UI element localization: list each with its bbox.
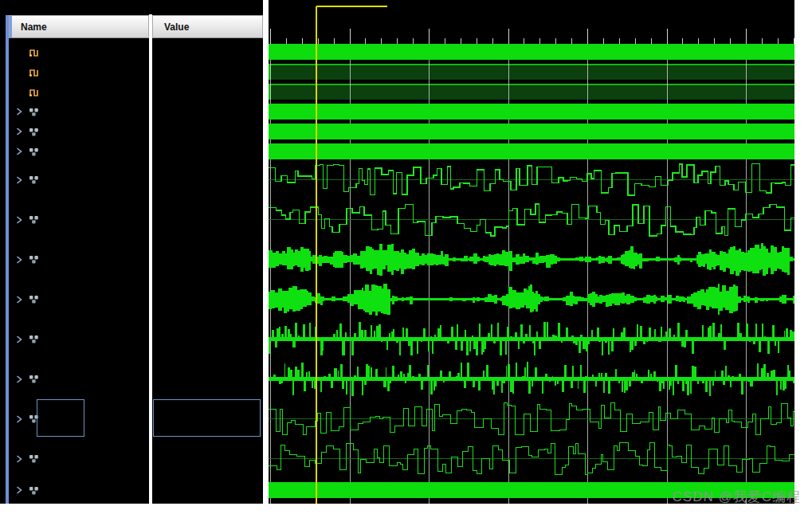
signal-row[interactable] xyxy=(0,104,263,120)
ruler-minor-tick xyxy=(318,38,319,44)
ruler-minor-tick xyxy=(730,38,731,44)
name-column-header[interactable]: Name xyxy=(9,15,149,38)
signal-name-cell[interactable] xyxy=(9,64,149,80)
signal-row[interactable] xyxy=(0,361,263,397)
expand-arrow-icon[interactable] xyxy=(14,107,24,116)
right-margin xyxy=(794,0,812,514)
signal-name-cell[interactable] xyxy=(9,441,149,477)
signal-value[interactable] xyxy=(152,441,263,477)
expand-arrow-icon[interactable] xyxy=(14,295,24,304)
signal-name-cell[interactable] xyxy=(9,482,149,498)
waveform-row[interactable] xyxy=(269,361,794,397)
signal-value[interactable] xyxy=(152,482,263,498)
signal-value[interactable] xyxy=(152,84,263,100)
signal-name-cell[interactable] xyxy=(9,162,149,198)
signal-value[interactable] xyxy=(152,104,263,120)
signal-row[interactable] xyxy=(0,84,263,100)
signal-name-cell[interactable] xyxy=(9,321,149,357)
signal-row[interactable] xyxy=(0,281,263,317)
signal-row[interactable] xyxy=(0,124,263,139)
signal-value[interactable] xyxy=(152,361,263,397)
waveform-row[interactable] xyxy=(269,143,794,159)
panel-resize-handle[interactable] xyxy=(263,0,269,504)
waveform-row[interactable] xyxy=(269,241,794,277)
ruler-minor-tick xyxy=(524,38,524,44)
signal-row[interactable] xyxy=(0,202,263,237)
signal-name-cell[interactable] xyxy=(9,281,149,317)
ruler-minor-tick xyxy=(682,38,683,44)
expand-arrow-icon[interactable] xyxy=(14,255,24,265)
signal-row[interactable] xyxy=(0,441,263,477)
signal-name-cell[interactable] xyxy=(9,361,149,397)
ruler-minor-tick xyxy=(619,38,620,44)
value-column-header[interactable]: Value xyxy=(152,15,263,38)
signal-name-cell[interactable] xyxy=(9,44,149,60)
cursor-flag-line xyxy=(316,6,387,7)
waveform-row[interactable] xyxy=(269,64,794,80)
expand-arrow-icon[interactable] xyxy=(14,414,24,424)
bus-signal-icon xyxy=(29,214,39,225)
ruler-minor-tick xyxy=(302,38,303,44)
ruler-minor-tick xyxy=(651,38,652,44)
expand-arrow-icon[interactable] xyxy=(14,375,24,384)
ruler-tick xyxy=(587,29,588,44)
waveform-row[interactable] xyxy=(269,202,794,237)
signal-name-cell[interactable] xyxy=(9,124,149,139)
ruler-tick xyxy=(667,29,668,44)
expand-arrow-icon[interactable] xyxy=(14,175,24,185)
ruler-tick xyxy=(350,29,351,44)
cursor-line[interactable] xyxy=(316,6,317,504)
ruler-minor-tick xyxy=(555,38,556,44)
scalar-signal-icon xyxy=(29,87,39,97)
ruler-minor-tick xyxy=(794,38,794,44)
scalar-signal-icon xyxy=(29,47,39,57)
waveform-row[interactable] xyxy=(269,281,794,317)
signal-row[interactable] xyxy=(0,321,263,357)
expand-arrow-icon[interactable] xyxy=(14,485,24,495)
signal-value[interactable] xyxy=(152,321,263,357)
ruler-minor-tick xyxy=(365,38,366,44)
ruler-minor-tick xyxy=(635,38,636,44)
bus-signal-icon xyxy=(29,374,39,384)
signal-value[interactable] xyxy=(152,202,263,237)
signal-value[interactable] xyxy=(152,64,263,80)
signal-row[interactable] xyxy=(0,482,263,498)
signal-value[interactable] xyxy=(152,281,263,317)
signal-row[interactable] xyxy=(0,44,263,60)
signal-name-cell[interactable] xyxy=(9,202,149,237)
signal-name-cell[interactable] xyxy=(9,84,149,100)
expand-arrow-icon[interactable] xyxy=(14,147,24,156)
ruler-minor-tick xyxy=(603,38,604,44)
waveform-row[interactable] xyxy=(269,84,794,100)
waveform-row[interactable] xyxy=(269,104,794,120)
expand-arrow-icon[interactable] xyxy=(14,127,24,136)
expand-arrow-icon[interactable] xyxy=(14,215,24,225)
ruler-minor-tick xyxy=(334,38,335,44)
signal-name-cell[interactable] xyxy=(9,241,149,277)
signal-row[interactable] xyxy=(0,162,263,198)
signal-row[interactable] xyxy=(0,64,263,80)
signal-row[interactable] xyxy=(0,143,263,159)
bus-signal-icon xyxy=(29,107,39,117)
signal-value[interactable] xyxy=(152,143,263,159)
waveform-row[interactable] xyxy=(269,124,794,139)
waveform-row[interactable] xyxy=(269,321,794,357)
expand-arrow-icon[interactable] xyxy=(14,454,24,464)
waveform-row[interactable] xyxy=(269,441,794,477)
column-resize-handle[interactable] xyxy=(149,14,152,504)
signal-value[interactable] xyxy=(152,124,263,139)
ruler-minor-tick xyxy=(539,38,540,44)
signal-value[interactable] xyxy=(152,44,263,60)
signal-name-cell[interactable] xyxy=(9,104,149,120)
signal-value[interactable] xyxy=(152,162,263,198)
signal-value[interactable] xyxy=(152,241,263,277)
expand-arrow-icon[interactable] xyxy=(14,335,24,344)
waveform-row[interactable] xyxy=(269,44,794,60)
waveform-trace xyxy=(269,241,794,277)
waveform-row[interactable] xyxy=(269,162,794,198)
ruler-minor-tick xyxy=(286,38,287,44)
signal-row[interactable] xyxy=(0,241,263,277)
wave-panel[interactable] xyxy=(269,0,794,504)
waveform-row[interactable] xyxy=(269,401,794,437)
signal-name-cell[interactable] xyxy=(9,143,149,159)
